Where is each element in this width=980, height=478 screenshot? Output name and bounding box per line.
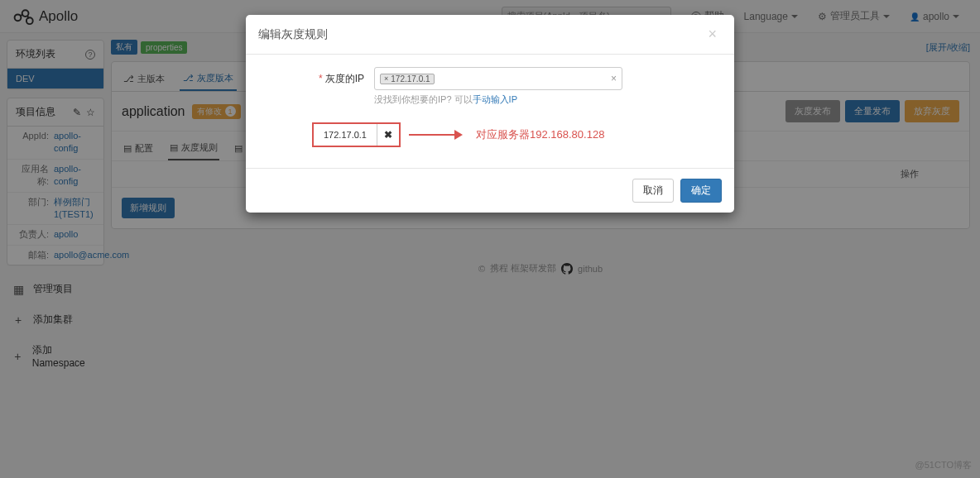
ip-entry-box: 172.17.0.1 ✖ [312,122,401,147]
ip-token[interactable]: ×172.17.0.1 [380,74,435,84]
ip-hint: 没找到你想要的IP? 可以手动输入IP [374,90,718,106]
annotation-arrow-icon [409,130,463,140]
edit-gray-rule-modal: 编辑灰度规则 × *灰度的IP ×172.17.0.1 × 没找到你想要的IP?… [246,15,734,213]
gray-ip-select[interactable]: ×172.17.0.1 × [374,67,622,90]
annotation-text: 对应服务器192.168.80.128 [476,127,604,142]
dropdown-clear-icon[interactable]: × [611,73,617,84]
manual-ip-link[interactable]: 手动输入IP [473,94,517,104]
ip-entry-value: 172.17.0.1 [314,124,377,146]
confirm-button[interactable]: 确定 [680,179,722,203]
remove-token-icon[interactable]: × [384,74,388,83]
modal-title: 编辑灰度规则 [258,27,328,42]
modal-close-button[interactable]: × [703,25,722,44]
cancel-button[interactable]: 取消 [632,179,674,203]
ip-field-label: *灰度的IP [262,67,374,86]
ip-entry-delete-button[interactable]: ✖ [377,124,399,146]
